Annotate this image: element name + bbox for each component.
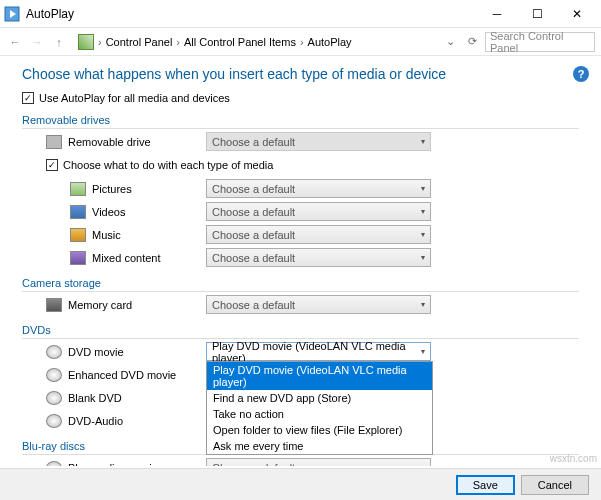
refresh-button[interactable]: ⟳ [463, 35, 481, 48]
breadcrumb[interactable]: › Control Panel › All Control Panel Item… [72, 34, 437, 50]
use-autoplay-label: Use AutoPlay for all media and devices [39, 92, 230, 104]
maximize-button[interactable]: ☐ [517, 2, 557, 26]
chevron-down-icon: ▾ [421, 253, 425, 262]
save-button[interactable]: Save [456, 475, 515, 495]
chevron-down-icon: ▾ [421, 300, 425, 309]
dropdown-bluray-movie[interactable]: Choose a default▾ [206, 458, 431, 466]
chevron-right-icon: › [174, 36, 182, 48]
row-label: Blu-ray disc movie [68, 462, 206, 467]
dropdown-pictures[interactable]: Choose a default▾ [206, 179, 431, 198]
chevron-right-icon: › [298, 36, 306, 48]
row-label: Mixed content [92, 252, 206, 264]
chevron-down-icon: ▾ [421, 207, 425, 216]
choose-each-type-label: Choose what to do with each type of medi… [63, 159, 273, 171]
videos-icon [70, 205, 86, 219]
chevron-right-icon: › [96, 36, 104, 48]
menu-item[interactable]: Ask me every time [207, 438, 432, 454]
choose-each-type-checkbox[interactable]: ✓ [46, 159, 58, 171]
use-autoplay-checkbox[interactable]: ✓ [22, 92, 34, 104]
breadcrumb-segment[interactable]: Control Panel [106, 36, 173, 48]
row-label: Videos [92, 206, 206, 218]
bluray-icon [46, 461, 62, 467]
control-panel-icon [78, 34, 94, 50]
selected-value: Play DVD movie (VideoLAN VLC media playe… [212, 340, 421, 364]
chevron-down-icon: ▾ [421, 230, 425, 239]
menu-item[interactable]: Find a new DVD app (Store) [207, 390, 432, 406]
menu-item[interactable]: Play DVD movie (VideoLAN VLC media playe… [207, 362, 432, 390]
row-label: Music [92, 229, 206, 241]
menu-item[interactable]: Open folder to view files (File Explorer… [207, 422, 432, 438]
nav-bar: ← → ↑ › Control Panel › All Control Pane… [0, 28, 601, 56]
breadcrumb-segment[interactable]: All Control Panel Items [184, 36, 296, 48]
chevron-down-icon: ▾ [421, 137, 425, 146]
window-title: AutoPlay [26, 7, 477, 21]
row-label: Enhanced DVD movie [68, 369, 206, 381]
section-dvds: DVDs [22, 324, 579, 339]
dvd-icon [46, 368, 62, 382]
chevron-down-icon: ▾ [421, 347, 425, 356]
row-label: DVD-Audio [68, 415, 206, 427]
search-input[interactable]: Search Control Panel [485, 32, 595, 52]
content-area: ? Choose what happens when you insert ea… [0, 56, 601, 466]
dvd-icon [46, 391, 62, 405]
footer: Save Cancel [0, 468, 601, 500]
row-label: Blank DVD [68, 392, 206, 404]
dropdown-music[interactable]: Choose a default▾ [206, 225, 431, 244]
dropdown-mixed-content[interactable]: Choose a default▾ [206, 248, 431, 267]
menu-item[interactable]: Take no action [207, 406, 432, 422]
breadcrumb-segment[interactable]: AutoPlay [308, 36, 352, 48]
chevron-down-icon: ▾ [421, 184, 425, 193]
section-removable-drives: Removable drives [22, 114, 579, 129]
page-heading: Choose what happens when you insert each… [22, 66, 579, 82]
row-label: Removable drive [68, 136, 206, 148]
forward-button[interactable]: → [28, 36, 46, 48]
help-icon[interactable]: ? [573, 66, 589, 82]
row-label: Pictures [92, 183, 206, 195]
dropdown-removable-drive[interactable]: Choose a default▾ [206, 132, 431, 151]
title-bar: AutoPlay ─ ☐ ✕ [0, 0, 601, 28]
row-label: DVD movie [68, 346, 206, 358]
music-icon [70, 228, 86, 242]
chevron-down-icon[interactable]: ⌄ [441, 35, 459, 48]
drive-icon [46, 135, 62, 149]
dropdown-dvd-movie[interactable]: Play DVD movie (VideoLAN VLC media playe… [206, 342, 431, 361]
dropdown-menu: Play DVD movie (VideoLAN VLC media playe… [206, 361, 433, 455]
pictures-icon [70, 182, 86, 196]
minimize-button[interactable]: ─ [477, 2, 517, 26]
section-camera-storage: Camera storage [22, 277, 579, 292]
up-button[interactable]: ↑ [50, 36, 68, 48]
mixed-content-icon [70, 251, 86, 265]
watermark: wsxtn.com [550, 453, 597, 464]
back-button[interactable]: ← [6, 36, 24, 48]
dropdown-memory-card[interactable]: Choose a default▾ [206, 295, 431, 314]
row-label: Memory card [68, 299, 206, 311]
cancel-button[interactable]: Cancel [521, 475, 589, 495]
dvd-icon [46, 345, 62, 359]
memory-card-icon [46, 298, 62, 312]
search-placeholder: Search Control Panel [490, 30, 590, 54]
chevron-down-icon: ▾ [421, 463, 425, 466]
dvd-icon [46, 414, 62, 428]
close-button[interactable]: ✕ [557, 2, 597, 26]
autoplay-icon [4, 6, 20, 22]
row-removable-drive: Removable drive Choose a default▾ [22, 132, 579, 151]
dropdown-videos[interactable]: Choose a default▾ [206, 202, 431, 221]
